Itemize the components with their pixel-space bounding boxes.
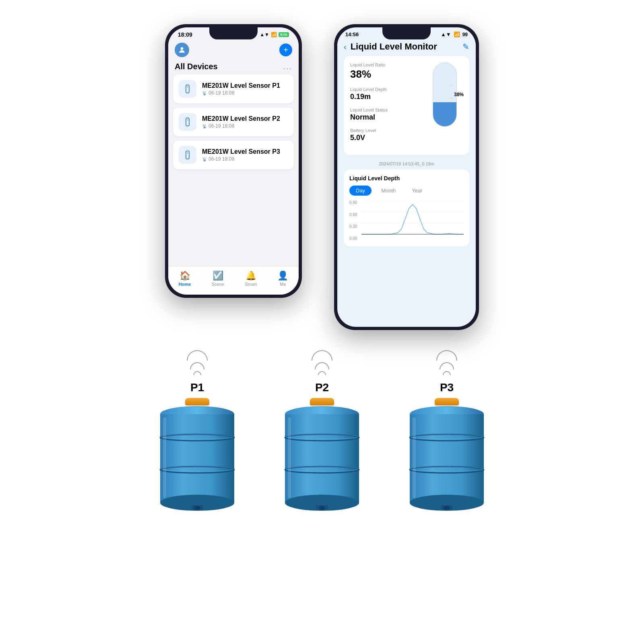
monitor-wifi-icon: 📶 [454,31,460,37]
phone-notch-2 [382,27,431,39]
tank-marker-2 [449,98,453,98]
timestamp: 2024/07/19 14:53:45_0.19m [344,160,469,169]
device-time-p3: 📡 06-19 18:08 [202,156,288,162]
tab-month[interactable]: Month [375,186,402,196]
nav-scene[interactable]: ☑️ Scene [212,270,224,287]
barrel-p2: P2 [280,350,364,516]
wave-outer-p3 [436,350,457,361]
wave-mid-p2 [315,362,329,369]
svg-rect-23 [285,414,359,503]
signal-small-icon: 📡 [202,91,207,95]
nav-home[interactable]: 🏠 Home [179,270,191,287]
barrel-cap-p3 [435,398,459,405]
chart-y-labels: 0.90 0.60 0.30 0.00 [349,200,357,241]
scene-icon: ☑️ [213,270,223,281]
svg-rect-31 [288,417,291,498]
svg-point-20 [194,506,200,510]
tab-year[interactable]: Year [405,186,429,196]
nav-smart[interactable]: 🔔 Smart [245,270,256,287]
battery-label: Battery Level [350,128,420,133]
add-device-button[interactable]: + [279,43,292,56]
ratio-block: Liquid Level Ratio 38% [350,62,420,80]
monitor-battery: 99 [462,32,468,37]
signal-small-icon3: 📡 [202,157,207,161]
depth-block: Liquid Level Depth 0.19m [350,87,420,101]
monitor-title: Liquid Level Monitor [351,41,458,52]
app-header: + [168,39,299,60]
y-label-000: 0.00 [349,236,357,241]
wave-mid-p1 [190,362,204,369]
status-value: Normal [350,113,420,122]
back-button[interactable]: ‹ [344,42,347,52]
device-name-p3: ME201W Level Sensor P3 [202,148,288,155]
bottom-nav: 🏠 Home ☑️ Scene 🔔 Smart 👤 Me [168,266,299,295]
tank-visual [433,62,457,127]
tank-fill [433,102,456,126]
device-info-p2: ME201W Level Sensor P2 📡 06-19 18:08 [202,115,288,129]
home-icon: 🏠 [180,270,190,281]
barrels-section: P1 [0,330,644,516]
wave-inner-p2 [318,371,326,375]
monitor-content: Liquid Level Ratio 38% Liquid Level Dept… [337,56,476,246]
barrel-p1: P1 [155,350,239,516]
wifi-waves-p2 [312,350,332,375]
device-time-p1: 📡 06-19 18:08 [202,90,288,96]
ratio-value: 38% [350,68,420,80]
barrel-p3: P3 [405,350,489,516]
tank-percentage: 38% [454,92,464,97]
monitor-status-icons: ▲▼ 📶 99 [441,31,468,37]
monitor-header: ‹ Liquid Level Monitor ✎ [337,39,476,56]
device-item-p2[interactable]: ME201W Level Sensor P2 📡 06-19 18:08 [173,107,294,136]
battery-block: Battery Level 5.0V [350,128,420,142]
device-item-p3[interactable]: ME201W Level Sensor P3 📡 06-19 18:08 [173,140,294,169]
phone-notch [209,27,258,39]
chart-tabs[interactable]: Day Month Year [349,186,464,196]
wave-outer-p1 [187,350,208,361]
nav-me[interactable]: 👤 Me [277,270,288,287]
status-label: Liquid Level Status [350,107,420,112]
chart-plot [361,200,464,235]
devices-title-row: All Devices ... [168,60,299,74]
svg-rect-3 [186,118,189,126]
barrel-label-p2: P2 [315,381,329,394]
device-item-p1[interactable]: ME201W Level Sensor P1 📡 06-19 18:08 [173,74,294,103]
device-name-p2: ME201W Level Sensor P2 [202,115,288,122]
device-icon-p3 [179,146,196,164]
svg-rect-5 [186,151,189,159]
status-block: Liquid Level Status Normal [350,107,420,122]
monitor-time: 14:56 [345,31,359,37]
nav-me-label: Me [280,282,286,287]
wave-mid-p3 [440,362,454,369]
chart-section: Liquid Level Depth Day Month Year 0.90 0… [344,169,469,246]
barrel-body-p3 [405,398,489,516]
wave-inner-p1 [193,371,201,375]
svg-rect-1 [186,85,189,93]
chart-svg [361,200,464,235]
devices-title: All Devices [175,62,218,71]
battery-badge: 91% [279,32,289,37]
wave-inner-p3 [443,371,451,375]
y-label-030: 0.30 [349,224,357,229]
wifi-waves-p3 [436,350,457,375]
depth-value: 0.19m [350,93,420,101]
device-icon-p2 [179,113,196,131]
phone-device-list: 18:09 ▲▼ 📶 91% + All Devices . [165,24,302,298]
tab-day[interactable]: Day [349,186,372,196]
edit-button[interactable]: ✎ [462,42,469,52]
nav-scene-label: Scene [212,282,224,287]
barrel-cap-p2 [310,398,334,405]
user-avatar[interactable] [175,43,189,57]
device-time-p2: 📡 06-19 18:08 [202,123,288,129]
metrics-card: Liquid Level Ratio 38% Liquid Level Dept… [344,56,469,155]
tank-marker-1 [449,85,453,85]
device-icon-p1 [179,80,196,98]
metrics-labels: Liquid Level Ratio 38% Liquid Level Dept… [350,62,420,149]
svg-rect-41 [413,417,416,498]
battery-value: 5.0V [350,134,420,142]
y-label-060: 0.60 [349,213,357,217]
device-name-p1: ME201W Level Sensor P1 [202,82,288,89]
more-menu-button[interactable]: ... [283,62,292,71]
y-label-090: 0.90 [349,200,357,205]
svg-point-40 [444,506,450,510]
signal-icon: ▲▼ [260,32,269,37]
